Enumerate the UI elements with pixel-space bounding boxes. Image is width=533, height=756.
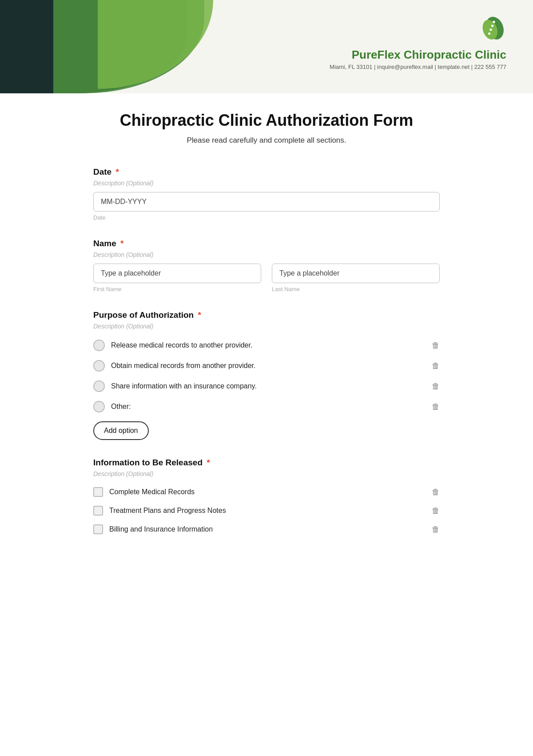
radio-option-3: Share information with an insurance comp…	[93, 376, 440, 396]
date-section: Date * Description (Optional) Date	[93, 167, 440, 221]
checkbox-2[interactable]	[93, 506, 103, 516]
first-name-hint: First Name	[93, 286, 261, 292]
last-name-hint: Last Name	[272, 286, 440, 292]
information-description: Description (Optional)	[93, 470, 440, 477]
first-name-wrap: First Name	[93, 264, 261, 292]
information-section: Information to Be Released * Description…	[93, 458, 440, 539]
add-option-button[interactable]: Add option	[93, 421, 149, 440]
radio-label-1: Release medical records to another provi…	[111, 341, 252, 349]
first-name-input[interactable]	[93, 264, 261, 283]
checkbox-label-3: Billing and Insurance Information	[109, 525, 213, 533]
checkbox-option-1: Complete Medical Records 🗑	[93, 483, 440, 501]
date-required-marker: *	[115, 167, 119, 176]
name-description: Description (Optional)	[93, 251, 440, 258]
name-fields: First Name Last Name	[93, 264, 440, 292]
radio-circle-3[interactable]	[93, 380, 105, 392]
delete-icon-2[interactable]: 🗑	[432, 361, 440, 371]
radio-circle-1[interactable]	[93, 340, 105, 351]
name-required-marker: *	[120, 239, 123, 248]
add-option-label: Add option	[104, 427, 138, 435]
svg-point-3	[491, 24, 493, 27]
information-label: Information to Be Released *	[93, 458, 440, 468]
delete-icon-1[interactable]: 🗑	[432, 341, 440, 350]
purpose-section: Purpose of Authorization * Description (…	[93, 310, 440, 440]
delete-icon-3[interactable]: 🗑	[432, 382, 440, 391]
radio-option-4: Other: 🗑	[93, 396, 440, 417]
svg-point-2	[493, 21, 495, 23]
page-header: PureFlex Chiropractic Clinic Miami, FL 3…	[0, 0, 533, 93]
radio-label-3: Share information with an insurance comp…	[111, 382, 257, 390]
svg-point-4	[489, 28, 492, 31]
main-content: Chiropractic Clinic Authorization Form P…	[67, 93, 466, 583]
last-name-wrap: Last Name	[272, 264, 440, 292]
form-title: Chiropractic Clinic Authorization Form	[93, 111, 440, 130]
clinic-logo-icon	[475, 13, 506, 44]
date-input[interactable]	[93, 192, 440, 212]
header-logo-area: PureFlex Chiropractic Clinic Miami, FL 3…	[330, 13, 506, 70]
checkbox-option-3: Billing and Insurance Information 🗑	[93, 520, 440, 539]
checkbox-1[interactable]	[93, 487, 103, 497]
clinic-name: PureFlex Chiropractic Clinic	[352, 48, 506, 62]
name-label: Name *	[93, 239, 440, 248]
delete-icon-cb-3[interactable]: 🗑	[432, 525, 440, 534]
checkbox-3[interactable]	[93, 524, 103, 534]
clinic-info: Miami, FL 33101 | inquire@pureflex.mail …	[330, 64, 506, 70]
purpose-required-marker: *	[198, 310, 201, 320]
radio-option-1: Release medical records to another provi…	[93, 335, 440, 356]
delete-icon-cb-1[interactable]: 🗑	[432, 488, 440, 497]
date-description: Description (Optional)	[93, 180, 440, 187]
form-subtitle: Please read carefully and complete all s…	[93, 136, 440, 145]
radio-option-2: Obtain medical records from another prov…	[93, 356, 440, 376]
radio-label-2: Obtain medical records from another prov…	[111, 362, 255, 370]
delete-icon-cb-2[interactable]: 🗑	[432, 506, 440, 516]
radio-circle-2[interactable]	[93, 360, 105, 372]
checkbox-label-1: Complete Medical Records	[109, 488, 195, 496]
checkbox-label-2: Treatment Plans and Progress Notes	[109, 507, 226, 515]
date-hint: Date	[93, 214, 440, 221]
last-name-input[interactable]	[272, 264, 440, 283]
date-label: Date *	[93, 167, 440, 177]
radio-label-4: Other:	[111, 403, 131, 411]
delete-icon-4[interactable]: 🗑	[432, 402, 440, 412]
purpose-description: Description (Optional)	[93, 323, 440, 330]
name-section: Name * Description (Optional) First Name…	[93, 239, 440, 292]
checkbox-option-2: Treatment Plans and Progress Notes 🗑	[93, 501, 440, 520]
radio-circle-4[interactable]	[93, 401, 105, 412]
svg-point-5	[488, 32, 490, 35]
purpose-label: Purpose of Authorization *	[93, 310, 440, 320]
information-required-marker: *	[207, 458, 210, 467]
header-bg-light-green	[98, 0, 213, 89]
